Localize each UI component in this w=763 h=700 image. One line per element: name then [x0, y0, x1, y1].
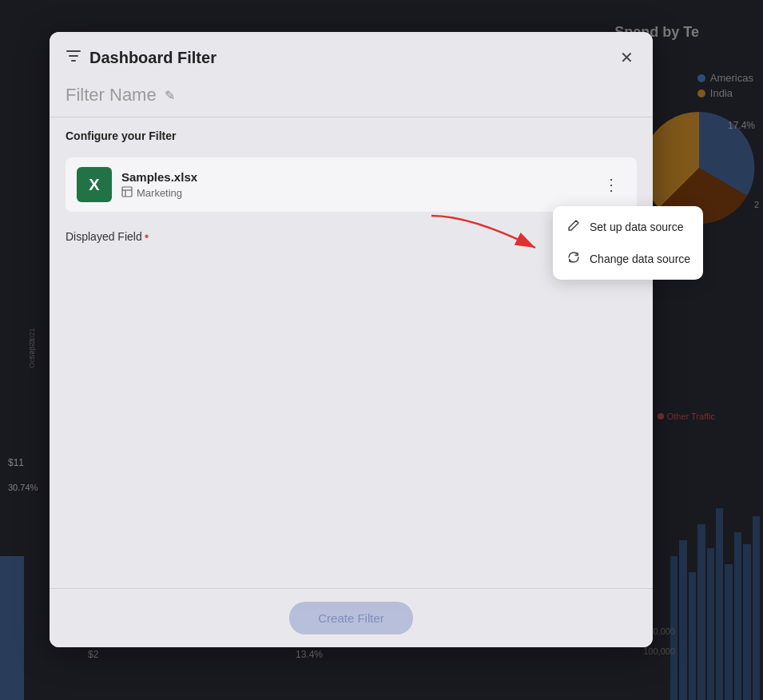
svg-rect-0 [122, 187, 132, 197]
close-icon: ✕ [620, 49, 634, 66]
setup-label: Set up data source [590, 221, 684, 233]
edit-pencil-icon[interactable]: ✎ [165, 88, 175, 103]
filter-name-text: Filter Name [66, 85, 157, 105]
kebab-menu-button[interactable]: ⋮ [597, 173, 626, 196]
datasource-left: X Samples.xlsx Marketing [77, 167, 197, 202]
modal-header: Dashboard Filter ✕ [50, 32, 653, 80]
context-menu-item-setup[interactable]: Set up data source [553, 211, 703, 243]
filter-name-row: Filter Name ✎ [50, 80, 653, 117]
filter-icon [66, 48, 81, 68]
table-icon [121, 186, 133, 200]
configure-label: Configure your Filter [66, 129, 176, 142]
datasource-card: X Samples.xlsx Marketing ⋮ [66, 157, 637, 212]
datasource-info: Samples.xlsx Marketing [121, 170, 197, 200]
create-filter-button[interactable]: Create Filter [289, 602, 413, 634]
dashboard-filter-modal: Dashboard Filter ✕ Filter Name ✎ Configu… [50, 32, 653, 647]
required-indicator: • [145, 229, 149, 244]
datasource-filename: Samples.xlsx [121, 170, 197, 184]
context-menu-item-change[interactable]: Change data source [553, 243, 703, 275]
datasource-table-row: Marketing [121, 186, 197, 200]
change-icon [566, 251, 582, 267]
modal-content-area [50, 250, 653, 588]
change-label: Change data source [590, 253, 690, 265]
close-button[interactable]: ✕ [617, 46, 637, 69]
datasource-table: Marketing [137, 187, 182, 199]
modal-title-row: Dashboard Filter [66, 48, 217, 68]
excel-icon: X [77, 167, 112, 202]
displayed-field-label: Displayed Field • [66, 229, 637, 244]
kebab-icon: ⋮ [603, 176, 619, 193]
configure-section: Configure your Filter [50, 117, 653, 151]
modal-footer: Create Filter [50, 588, 653, 647]
context-menu: Set up data source Change data source [553, 206, 703, 280]
displayed-field-text: Displayed Field [66, 230, 142, 243]
modal-title: Dashboard Filter [89, 49, 217, 67]
setup-icon [566, 219, 582, 235]
